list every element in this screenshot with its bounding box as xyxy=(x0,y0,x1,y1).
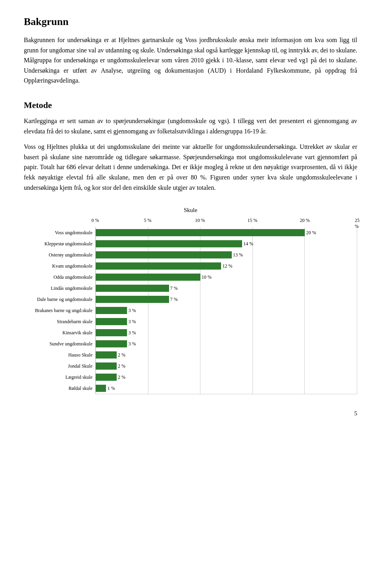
bar-value-label-4: 10 % xyxy=(202,274,212,280)
bar-value-label-9: 3 % xyxy=(128,330,136,336)
bar-value-label-14: 1 % xyxy=(108,386,115,391)
bar-fill-14 xyxy=(96,385,106,392)
bar-row-6: Dale barne og ungdomsskule7 % xyxy=(96,294,357,305)
bar-label-4: Odda ungdomsskule xyxy=(28,274,96,280)
bar-value-label-11: 2 % xyxy=(118,352,125,358)
bar-label-6: Dale barne og ungdomsskule xyxy=(28,297,96,303)
bar-row-13: Lægreid skule2 % xyxy=(96,372,357,383)
bar-fill-12 xyxy=(96,362,117,370)
bar-label-3: Kvam ungdomsskole xyxy=(28,263,96,269)
bar-fill-5 xyxy=(96,285,169,292)
bar-track-1: 14 % xyxy=(96,240,357,247)
bar-track-12: 2 % xyxy=(96,362,357,370)
bar-label-10: Sundve ungdomsskule xyxy=(28,341,96,347)
bar-row-5: Lindås ungdomsskule7 % xyxy=(96,283,357,294)
bar-track-3: 12 % xyxy=(96,262,357,270)
bar-fill-13 xyxy=(96,374,117,381)
bar-label-13: Lægreid skule xyxy=(28,374,96,380)
bar-row-11: Hauso Skule2 % xyxy=(96,349,357,361)
bar-fill-11 xyxy=(96,351,117,359)
chart-container: Voss ungdomsskule20 %Kleppestø ungdomssk… xyxy=(24,227,357,394)
bar-value-label-6: 7 % xyxy=(170,297,178,303)
bar-label-12: Jondal Skule xyxy=(28,363,96,369)
metode-paragraph-2: Voss og Hjeltnes plukka ut dei ungdomssk… xyxy=(24,142,357,193)
bar-row-2: Osterøy ungdomsskule13 % xyxy=(96,249,357,260)
metode-title: Metode xyxy=(24,100,357,110)
bar-fill-1 xyxy=(96,240,242,247)
bar-value-label-3: 12 % xyxy=(223,263,233,269)
bar-label-9: Kinsarvik skule xyxy=(28,330,96,336)
bar-fill-10 xyxy=(96,340,127,347)
bar-track-4: 10 % xyxy=(96,274,357,281)
bar-track-10: 3 % xyxy=(96,340,357,347)
bar-value-label-8: 3 % xyxy=(128,319,136,325)
bar-label-2: Osterøy ungdomsskule xyxy=(28,252,96,258)
bar-label-0: Voss ungdomsskule xyxy=(28,230,96,236)
bar-row-0: Voss ungdomsskule20 % xyxy=(96,227,357,238)
metode-paragraph-1: Kartlegginga er sett saman av to spørjeu… xyxy=(24,116,357,136)
bar-value-label-5: 7 % xyxy=(170,285,178,291)
bar-row-4: Odda ungdomsskule10 % xyxy=(96,272,357,283)
bar-label-11: Hauso Skule xyxy=(28,352,96,358)
chart-x-axis: 0 %5 %10 %15 %20 %25 % xyxy=(95,218,357,226)
bar-fill-7 xyxy=(96,307,127,314)
bar-row-8: Strandebarm skule3 % xyxy=(96,316,357,327)
bar-track-0: 20 % xyxy=(96,229,357,236)
bar-fill-6 xyxy=(96,296,169,303)
bar-value-label-7: 3 % xyxy=(128,308,136,314)
bar-fill-3 xyxy=(96,262,221,270)
bar-label-5: Lindås ungdomsskule xyxy=(28,285,96,291)
bar-track-2: 13 % xyxy=(96,251,357,258)
bar-row-10: Sundve ungdomsskule3 % xyxy=(96,338,357,349)
bar-track-7: 3 % xyxy=(96,307,357,314)
x-tick-0: 0 % xyxy=(92,218,99,224)
bar-fill-4 xyxy=(96,274,200,281)
bar-label-1: Kleppestø ungdomsskule xyxy=(28,241,96,247)
bar-label-14: Røldal skule xyxy=(28,386,96,391)
bar-fill-0 xyxy=(96,229,305,236)
bar-fill-8 xyxy=(96,318,127,325)
bar-label-7: Brakanes barne og ungd.skule xyxy=(28,308,96,314)
bar-track-14: 1 % xyxy=(96,385,357,392)
bar-value-label-13: 2 % xyxy=(118,374,125,380)
bar-track-8: 3 % xyxy=(96,318,357,325)
bar-track-6: 7 % xyxy=(96,296,357,303)
bar-value-label-12: 2 % xyxy=(118,363,125,369)
bar-label-8: Strandebarm skule xyxy=(28,319,96,325)
bar-row-1: Kleppestø ungdomsskule14 % xyxy=(96,238,357,249)
bar-row-3: Kvam ungdomsskole12 % xyxy=(96,260,357,272)
page-number: 5 xyxy=(24,410,357,417)
bar-fill-9 xyxy=(96,329,127,336)
bakgrunn-paragraph: Bakgrunnen for undersøkinga er at Hjeltn… xyxy=(24,35,357,86)
chart-section: Skule 0 %5 %10 %15 %20 %25 % Voss ungdom… xyxy=(24,207,357,394)
bar-value-label-2: 13 % xyxy=(233,252,243,258)
chart-area: Voss ungdomsskule20 %Kleppestø ungdomssk… xyxy=(95,227,357,394)
x-tick-3: 15 % xyxy=(248,218,258,224)
bar-row-12: Jondal Skule2 % xyxy=(96,361,357,372)
bar-value-label-0: 20 % xyxy=(306,230,316,236)
x-tick-2: 10 % xyxy=(195,218,205,224)
bar-row-7: Brakanes barne og ungd.skule3 % xyxy=(96,305,357,316)
bar-value-label-10: 3 % xyxy=(128,341,136,347)
bar-track-9: 3 % xyxy=(96,329,357,336)
chart-title: Skule xyxy=(24,207,357,214)
x-tick-1: 5 % xyxy=(144,218,152,224)
bar-track-11: 2 % xyxy=(96,351,357,359)
bar-track-13: 2 % xyxy=(96,374,357,381)
bar-row-14: Røldal skule1 % xyxy=(96,383,357,394)
bar-fill-2 xyxy=(96,251,232,258)
page-title: Bakgrunn xyxy=(24,16,357,28)
bar-value-label-1: 14 % xyxy=(243,241,253,247)
bar-track-5: 7 % xyxy=(96,285,357,292)
bar-row-9: Kinsarvik skule3 % xyxy=(96,327,357,338)
x-tick-4: 20 % xyxy=(300,218,310,224)
